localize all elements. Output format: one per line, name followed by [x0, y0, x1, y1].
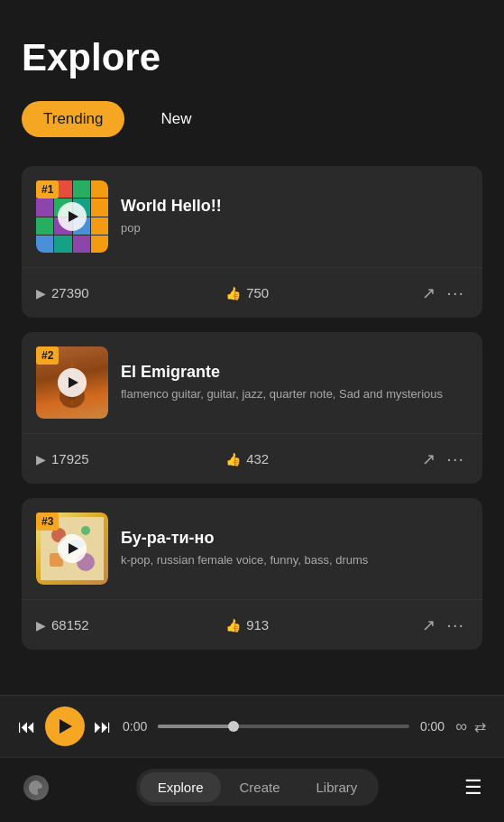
like-count-1: 👍 750: [225, 285, 415, 300]
logo-shape: [23, 775, 49, 800]
progress-thumb[interactable]: [228, 721, 239, 732]
tab-trending[interactable]: Trending: [22, 101, 124, 137]
track-top-3: #3: [22, 498, 482, 599]
nav-tab-create[interactable]: Create: [221, 772, 298, 802]
bottom-nav: Explore Create Library ☰: [0, 757, 504, 822]
current-time: 0:00: [123, 719, 147, 734]
play-count-3: ▶ 68152: [36, 617, 225, 633]
track-card-2: #2: [22, 332, 482, 484]
track-name-3: Бу-ра-ти-но: [121, 529, 468, 548]
track-card-1: #1: [22, 166, 482, 318]
like-stat-icon-3: 👍: [225, 618, 241, 633]
track-thumb-container-2: #2: [36, 346, 108, 419]
track-tags-2: flamenco guitar, guitar, jazz, quarter n…: [121, 386, 468, 402]
play-stat-icon-2: ▶: [36, 452, 46, 466]
app-container: Explore Trending New #1: [0, 0, 504, 822]
infinity-icon[interactable]: ∞: [455, 717, 467, 736]
play-count-value-3: 68152: [51, 617, 89, 633]
play-pause-button[interactable]: [45, 707, 85, 746]
play-main-icon: [60, 719, 72, 734]
play-overlay-2[interactable]: [58, 368, 87, 397]
play-stat-icon-3: ▶: [36, 618, 46, 633]
page-title: Explore: [22, 36, 482, 79]
share-button-2[interactable]: ↗: [415, 446, 443, 473]
main-content: Explore Trending New #1: [0, 0, 504, 695]
svg-point-6: [81, 526, 90, 535]
like-stat-icon-1: 👍: [225, 286, 241, 300]
track-name-2: El Emigrante: [121, 363, 468, 382]
rank-badge-2: #2: [36, 346, 59, 365]
track-bottom-3: ▶ 68152 👍 913 ↗ ···: [22, 599, 482, 650]
like-count-3: 👍 913: [225, 617, 415, 633]
total-time: 0:00: [420, 719, 444, 734]
track-top-2: #2: [22, 332, 482, 433]
track-bottom-1: ▶ 27390 👍 750 ↗ ···: [22, 267, 482, 318]
track-info-1: World Hello!! pop: [121, 197, 468, 236]
track-tags-3: k-pop, russian female voice, funny, bass…: [121, 552, 468, 568]
rank-badge-1: #1: [36, 180, 59, 199]
play-overlay-1[interactable]: [58, 202, 87, 231]
nav-tab-explore[interactable]: Explore: [140, 772, 222, 802]
track-info-3: Бу-ра-ти-но k-pop, russian female voice,…: [121, 529, 468, 568]
play-count-2: ▶ 17925: [36, 451, 225, 466]
more-button-2[interactable]: ···: [443, 445, 468, 473]
app-logo: [22, 773, 50, 802]
tab-new[interactable]: New: [139, 101, 213, 137]
track-bottom-2: ▶ 17925 👍 432 ↗ ···: [22, 433, 482, 484]
play-overlay-3[interactable]: [58, 534, 87, 563]
nav-tab-library[interactable]: Library: [298, 772, 376, 802]
play-count-1: ▶ 27390: [36, 285, 225, 300]
track-thumb-container-3: #3: [36, 513, 108, 585]
tab-bar: Trending New: [22, 101, 482, 137]
track-top-1: #1: [22, 166, 482, 267]
track-info-2: El Emigrante flamenco guitar, guitar, ja…: [121, 363, 468, 402]
play-stat-icon-1: ▶: [36, 286, 46, 300]
play-icon-3: [69, 543, 78, 554]
like-count-value-2: 432: [246, 451, 269, 466]
play-count-value-2: 17925: [51, 451, 89, 466]
more-button-3[interactable]: ···: [443, 611, 468, 639]
player-bar: ⏮ ⏭ 0:00 0:00 ∞ ⇄: [0, 695, 504, 757]
track-tags-1: pop: [121, 220, 468, 236]
rank-badge-3: #3: [36, 513, 59, 531]
more-button-1[interactable]: ···: [443, 279, 468, 307]
repeat-icon[interactable]: ⇄: [474, 718, 486, 735]
track-card-3: #3: [22, 498, 482, 650]
like-stat-icon-2: 👍: [225, 452, 241, 466]
progress-fill: [158, 725, 234, 728]
player-controls: ⏮ ⏭: [18, 707, 112, 746]
play-count-value-1: 27390: [51, 285, 89, 300]
like-count-value-1: 750: [246, 285, 269, 300]
like-count-2: 👍 432: [225, 451, 415, 466]
hamburger-menu-icon[interactable]: ☰: [464, 776, 482, 799]
skip-back-button[interactable]: ⏮: [18, 716, 36, 737]
share-button-1[interactable]: ↗: [415, 280, 443, 307]
nav-tab-bar: Explore Create Library: [136, 769, 380, 806]
track-name-1: World Hello!!: [121, 197, 468, 216]
track-thumb-container-1: #1: [36, 180, 108, 253]
share-button-3[interactable]: ↗: [415, 612, 443, 639]
skip-forward-button[interactable]: ⏭: [94, 716, 112, 737]
progress-bar[interactable]: [158, 725, 409, 728]
player-extras: ∞ ⇄: [455, 717, 486, 736]
play-icon-2: [69, 377, 78, 388]
like-count-value-3: 913: [246, 617, 269, 633]
play-icon-1: [69, 211, 78, 222]
